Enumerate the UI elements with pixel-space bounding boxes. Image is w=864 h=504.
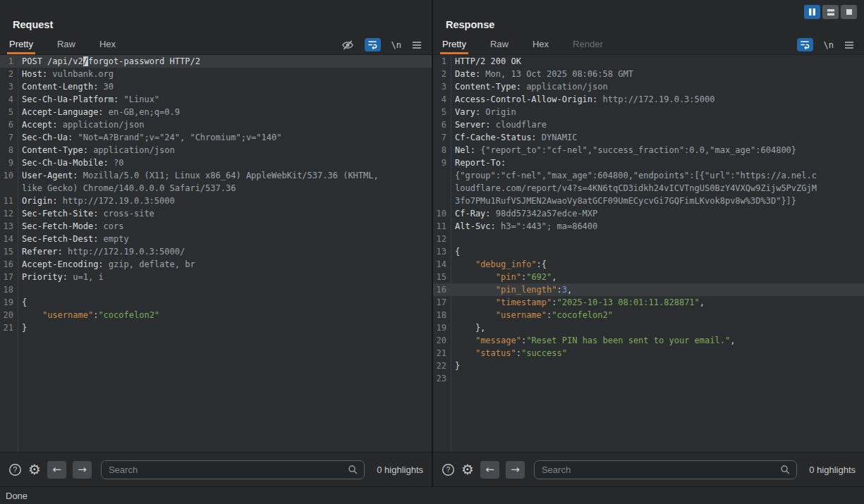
request-search-input[interactable] bbox=[101, 460, 365, 479]
single-view-icon[interactable] bbox=[841, 5, 857, 19]
split-rows-icon[interactable] bbox=[822, 5, 839, 19]
code-line: User-Agent: Mozilla/5.0 (X11; Linux x86_… bbox=[18, 169, 379, 182]
editor-row[interactable]: 11Origin: http://172.19.0.3:5000 bbox=[0, 195, 432, 207]
help-icon[interactable]: ? bbox=[442, 463, 455, 477]
newline-icon[interactable]: \n bbox=[391, 40, 401, 50]
editor-row[interactable]: like Gecko) Chrome/140.0.0.0 Safari/537.… bbox=[0, 182, 432, 195]
editor-row[interactable]: 18 "username":"cocofelon2" bbox=[433, 309, 864, 321]
editor-row[interactable]: 21 "status":"success" bbox=[433, 347, 864, 359]
editor-row[interactable]: 14Sec-Fetch-Dest: empty bbox=[0, 233, 432, 245]
editor-row[interactable]: 6Accept: application/json bbox=[0, 118, 432, 131]
editor-row[interactable]: 18 bbox=[0, 283, 432, 296]
code-line: Accept-Encoding: gzip, deflate, br bbox=[18, 258, 195, 271]
code-line: Alt-Svc: h3=":443"; ma=86400 bbox=[451, 220, 597, 233]
editor-row[interactable]: 16 "pin_length":3, bbox=[433, 283, 864, 296]
code-line: { bbox=[18, 296, 27, 309]
editor-row[interactable]: 13{ bbox=[433, 245, 864, 258]
line-number: 17 bbox=[433, 296, 451, 309]
response-editor[interactable]: 1HTTP/2 200 OK2Date: Mon, 13 Oct 2025 08… bbox=[433, 55, 864, 452]
editor-row[interactable]: 9Report-To: bbox=[433, 156, 864, 169]
split-columns-icon[interactable] bbox=[804, 5, 820, 19]
code-line: } bbox=[18, 321, 27, 334]
editor-row[interactable]: 2Date: Mon, 13 Oct 2025 08:06:58 GMT bbox=[433, 68, 864, 80]
editor-row[interactable]: 1POST /api/v2/forgot-password HTTP/2 bbox=[0, 55, 432, 68]
editor-row[interactable]: 17Priority: u=1, i bbox=[0, 271, 432, 283]
editor-row[interactable]: 9Sec-Ch-Ua-Mobile: ?0 bbox=[0, 156, 432, 169]
search-prev-button[interactable]: ← bbox=[480, 461, 499, 479]
editor-row[interactable]: 12Sec-Fetch-Site: cross-site bbox=[0, 207, 432, 220]
code-line: HTTP/2 200 OK bbox=[451, 55, 521, 68]
tab-hex[interactable]: Hex bbox=[530, 35, 551, 54]
code-line bbox=[18, 283, 22, 296]
response-panel-header: Response bbox=[433, 0, 864, 34]
line-number: 11 bbox=[433, 220, 451, 233]
editor-row[interactable]: 20 "username":"cocofelon2" bbox=[0, 309, 432, 321]
editor-row[interactable]: 8Content-Type: application/json bbox=[0, 144, 432, 156]
search-next-button[interactable]: → bbox=[73, 461, 92, 479]
response-search-input[interactable] bbox=[534, 460, 797, 479]
editor-row[interactable]: 6Server: cloudflare bbox=[433, 118, 864, 131]
newline-icon[interactable]: \n bbox=[824, 40, 834, 50]
editor-row[interactable]: 19{ bbox=[0, 296, 432, 309]
search-next-button[interactable]: → bbox=[506, 461, 525, 479]
tab-raw[interactable]: Raw bbox=[55, 35, 78, 54]
code-line: Cf-Ray: 98dd57342a57edce-MXP bbox=[451, 207, 597, 220]
editor-row[interactable]: 4Sec-Ch-Ua-Platform: "Linux" bbox=[0, 93, 432, 106]
editor-row[interactable]: 5Vary: Origin bbox=[433, 106, 864, 118]
editor-row[interactable]: {"group":"cf-nel","max_age":604800,"endp… bbox=[433, 169, 864, 182]
code-line: Vary: Origin bbox=[451, 106, 516, 118]
line-number bbox=[433, 182, 451, 195]
editor-row[interactable]: 15 "pin":"692", bbox=[433, 271, 864, 283]
tab-hex[interactable]: Hex bbox=[97, 35, 118, 54]
editor-menu-icon[interactable] bbox=[844, 41, 854, 49]
line-number: 8 bbox=[0, 144, 18, 156]
editor-row[interactable]: 20 "message":"Reset PIN has been sent to… bbox=[433, 334, 864, 347]
editor-row[interactable]: 3fo7PMu1RufVSJMEN2AwaoVy8atGCF09UmECycvG… bbox=[433, 195, 864, 207]
editor-row[interactable]: 21} bbox=[0, 321, 432, 334]
line-number: 20 bbox=[433, 334, 451, 347]
tab-raw[interactable]: Raw bbox=[488, 35, 511, 54]
editor-row[interactable]: loudflare.com/report/v4?s=4KN6tqCD3idkh2… bbox=[433, 182, 864, 195]
word-wrap-icon[interactable] bbox=[797, 38, 813, 51]
request-toolbar: \n bbox=[341, 38, 422, 54]
editor-row[interactable]: 1HTTP/2 200 OK bbox=[433, 55, 864, 68]
editor-row[interactable]: 12 bbox=[433, 233, 864, 245]
editor-row[interactable]: 14 "debug_info":{ bbox=[433, 258, 864, 271]
editor-row[interactable]: 4Access-Control-Allow-Origin: http://172… bbox=[433, 93, 864, 106]
editor-row[interactable]: 7Cf-Cache-Status: DYNAMIC bbox=[433, 131, 864, 144]
help-icon[interactable]: ? bbox=[8, 463, 22, 477]
line-number: 19 bbox=[433, 321, 451, 334]
status-bar: Done bbox=[0, 486, 864, 504]
line-number: 1 bbox=[0, 55, 18, 68]
request-editor[interactable]: 1POST /api/v2/forgot-password HTTP/22Hos… bbox=[0, 55, 432, 452]
search-prev-button[interactable]: ← bbox=[47, 461, 66, 479]
code-line: Sec-Ch-Ua: "Not=A?Brand";v="24", "Chromi… bbox=[18, 131, 281, 144]
editor-row[interactable]: 19 }, bbox=[433, 321, 864, 334]
editor-row[interactable]: 3Content-Length: 30 bbox=[0, 80, 432, 93]
editor-row[interactable]: 7Sec-Ch-Ua: "Not=A?Brand";v="24", "Chrom… bbox=[0, 131, 432, 144]
tab-pretty[interactable]: Pretty bbox=[440, 35, 468, 54]
editor-row[interactable]: 5Accept-Language: en-GB,en;q=0.9 bbox=[0, 106, 432, 118]
editor-menu-icon[interactable] bbox=[412, 41, 422, 49]
editor-row[interactable]: 23 bbox=[433, 372, 864, 385]
editor-row[interactable]: 3Content-Type: application/json bbox=[433, 80, 864, 93]
tab-pretty[interactable]: Pretty bbox=[7, 35, 35, 54]
editor-row[interactable]: 10Cf-Ray: 98dd57342a57edce-MXP bbox=[433, 207, 864, 220]
gear-icon[interactable]: ⚙ bbox=[28, 462, 41, 477]
word-wrap-icon[interactable] bbox=[365, 38, 381, 51]
editor-row[interactable]: 15Referer: http://172.19.0.3:5000/ bbox=[0, 245, 432, 258]
gear-icon[interactable]: ⚙ bbox=[461, 462, 474, 477]
line-number: 12 bbox=[433, 233, 451, 245]
editor-row[interactable]: 16Accept-Encoding: gzip, deflate, br bbox=[0, 258, 432, 271]
editor-row[interactable]: 22} bbox=[433, 359, 864, 372]
editor-row[interactable]: 11Alt-Svc: h3=":443"; ma=86400 bbox=[433, 220, 864, 233]
hide-visibility-icon[interactable] bbox=[341, 39, 354, 51]
status-text: Done bbox=[6, 491, 28, 501]
editor-row[interactable]: 8Nel: {"report_to":"cf-nel","success_fra… bbox=[433, 144, 864, 156]
editor-row[interactable]: 13Sec-Fetch-Mode: cors bbox=[0, 220, 432, 233]
editor-row[interactable]: 17 "timestamp":"2025-10-13 08:01:11.8288… bbox=[433, 296, 864, 309]
line-number: 6 bbox=[0, 118, 18, 131]
editor-row[interactable]: 2Host: vulnbank.org bbox=[0, 68, 432, 80]
editor-row[interactable]: 10User-Agent: Mozilla/5.0 (X11; Linux x8… bbox=[0, 169, 432, 182]
code-line: }, bbox=[451, 321, 485, 334]
